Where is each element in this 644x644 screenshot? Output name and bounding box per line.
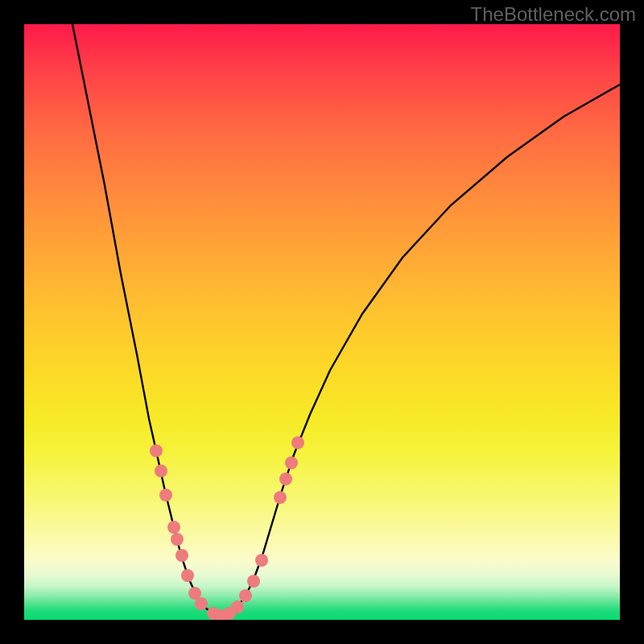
data-marker <box>239 589 252 602</box>
data-marker <box>291 436 304 449</box>
data-marker <box>171 533 184 546</box>
data-marker <box>167 521 180 534</box>
curve-right-branch <box>221 85 620 616</box>
data-marker <box>279 473 292 485</box>
data-marker <box>150 444 163 457</box>
data-marker <box>181 569 194 582</box>
data-marker <box>274 491 287 504</box>
chart-frame: TheBottleneck.com <box>0 0 644 644</box>
data-marker <box>195 597 208 610</box>
data-marker <box>231 601 244 613</box>
marker-group <box>150 436 304 620</box>
data-marker <box>285 456 298 469</box>
curve-left-branch <box>72 24 221 616</box>
data-marker <box>175 549 188 562</box>
data-marker <box>255 554 268 567</box>
data-marker <box>155 464 167 477</box>
watermark-text: TheBottleneck.com <box>471 3 636 26</box>
bottleneck-curve <box>24 24 620 620</box>
data-marker <box>247 575 260 588</box>
data-marker <box>159 489 172 502</box>
plot-area <box>24 24 620 620</box>
